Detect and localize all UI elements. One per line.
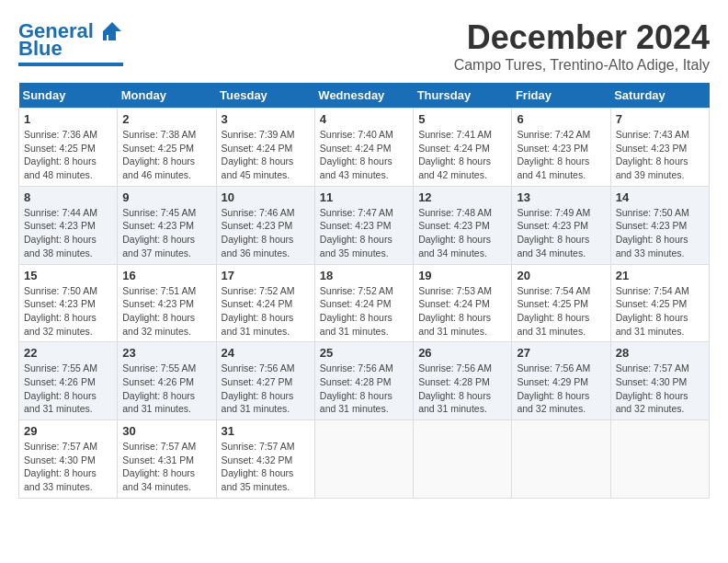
calendar-week-3: 15 Sunrise: 7:50 AM Sunset: 4:23 PM Dayl… bbox=[19, 264, 710, 342]
day-number: 29 bbox=[24, 424, 112, 438]
day-detail: Sunrise: 7:38 AM Sunset: 4:25 PM Dayligh… bbox=[122, 128, 210, 182]
sunset-text: Sunset: 4:23 PM bbox=[616, 219, 704, 233]
sunset-text: Sunset: 4:31 PM bbox=[122, 454, 210, 467]
sunset-text: Sunset: 4:26 PM bbox=[24, 375, 112, 389]
sunrise-text: Sunrise: 7:52 AM bbox=[320, 284, 408, 298]
sunrise-text: Sunrise: 7:53 AM bbox=[418, 284, 506, 298]
sunrise-text: Sunrise: 7:38 AM bbox=[122, 128, 210, 142]
col-tuesday: Tuesday bbox=[216, 83, 314, 109]
daylight-text: Daylight: 8 hours and 31 minutes. bbox=[418, 311, 506, 338]
day-detail: Sunrise: 7:52 AM Sunset: 4:24 PM Dayligh… bbox=[222, 284, 310, 339]
col-friday: Friday bbox=[512, 83, 610, 109]
calendar-cell: 8 Sunrise: 7:44 AM Sunset: 4:23 PM Dayli… bbox=[19, 186, 118, 264]
day-detail: Sunrise: 7:56 AM Sunset: 4:28 PM Dayligh… bbox=[320, 362, 408, 416]
day-number: 3 bbox=[222, 112, 310, 126]
col-monday: Monday bbox=[118, 83, 216, 109]
sunrise-text: Sunrise: 7:40 AM bbox=[320, 128, 408, 142]
sunset-text: Sunset: 4:24 PM bbox=[418, 142, 506, 155]
daylight-text: Daylight: 8 hours and 39 minutes. bbox=[616, 155, 704, 181]
day-detail: Sunrise: 7:57 AM Sunset: 4:30 PM Dayligh… bbox=[24, 440, 112, 494]
sunset-text: Sunset: 4:24 PM bbox=[320, 297, 408, 311]
sunset-text: Sunset: 4:25 PM bbox=[517, 297, 605, 311]
daylight-text: Daylight: 8 hours and 32 minutes. bbox=[517, 389, 605, 416]
day-detail: Sunrise: 7:52 AM Sunset: 4:24 PM Dayligh… bbox=[320, 284, 408, 339]
calendar-cell: 28 Sunrise: 7:57 AM Sunset: 4:30 PM Dayl… bbox=[610, 342, 709, 420]
sunrise-text: Sunrise: 7:55 AM bbox=[122, 362, 210, 375]
daylight-text: Daylight: 8 hours and 46 minutes. bbox=[122, 155, 210, 181]
sunset-text: Sunset: 4:23 PM bbox=[122, 219, 210, 233]
day-number: 1 bbox=[24, 112, 112, 126]
day-detail: Sunrise: 7:36 AM Sunset: 4:25 PM Dayligh… bbox=[24, 128, 112, 182]
day-detail: Sunrise: 7:53 AM Sunset: 4:24 PM Dayligh… bbox=[418, 284, 506, 339]
day-detail: Sunrise: 7:57 AM Sunset: 4:32 PM Dayligh… bbox=[222, 440, 310, 494]
day-number: 9 bbox=[122, 190, 210, 204]
daylight-text: Daylight: 8 hours and 31 minutes. bbox=[222, 389, 310, 416]
sunrise-text: Sunrise: 7:55 AM bbox=[24, 362, 112, 375]
day-number: 31 bbox=[222, 424, 310, 438]
col-wednesday: Wednesday bbox=[314, 83, 413, 109]
day-number: 28 bbox=[616, 346, 704, 360]
day-detail: Sunrise: 7:56 AM Sunset: 4:27 PM Dayligh… bbox=[222, 362, 310, 416]
day-detail: Sunrise: 7:49 AM Sunset: 4:23 PM Dayligh… bbox=[517, 206, 605, 260]
sunset-text: Sunset: 4:25 PM bbox=[616, 297, 704, 311]
calendar-week-2: 8 Sunrise: 7:44 AM Sunset: 4:23 PM Dayli… bbox=[19, 186, 710, 264]
day-detail: Sunrise: 7:56 AM Sunset: 4:28 PM Dayligh… bbox=[418, 362, 506, 416]
calendar-cell: 10 Sunrise: 7:46 AM Sunset: 4:23 PM Dayl… bbox=[216, 186, 314, 264]
day-detail: Sunrise: 7:40 AM Sunset: 4:24 PM Dayligh… bbox=[320, 128, 408, 182]
day-detail: Sunrise: 7:42 AM Sunset: 4:23 PM Dayligh… bbox=[517, 128, 605, 182]
day-number: 20 bbox=[517, 269, 605, 282]
day-detail: Sunrise: 7:57 AM Sunset: 4:30 PM Dayligh… bbox=[616, 362, 704, 416]
day-detail: Sunrise: 7:45 AM Sunset: 4:23 PM Dayligh… bbox=[122, 206, 210, 260]
calendar-cell: 17 Sunrise: 7:52 AM Sunset: 4:24 PM Dayl… bbox=[216, 264, 314, 342]
calendar-cell: 31 Sunrise: 7:57 AM Sunset: 4:32 PM Dayl… bbox=[216, 420, 314, 499]
calendar-cell: 11 Sunrise: 7:47 AM Sunset: 4:23 PM Dayl… bbox=[314, 186, 413, 264]
day-detail: Sunrise: 7:43 AM Sunset: 4:23 PM Dayligh… bbox=[616, 128, 704, 182]
sunrise-text: Sunrise: 7:39 AM bbox=[222, 128, 310, 142]
sunset-text: Sunset: 4:30 PM bbox=[24, 454, 112, 467]
day-number: 26 bbox=[418, 346, 506, 360]
calendar-cell: 2 Sunrise: 7:38 AM Sunset: 4:25 PM Dayli… bbox=[118, 109, 216, 187]
day-number: 8 bbox=[24, 190, 112, 204]
calendar-cell: 9 Sunrise: 7:45 AM Sunset: 4:23 PM Dayli… bbox=[118, 186, 216, 264]
calendar-cell: 18 Sunrise: 7:52 AM Sunset: 4:24 PM Dayl… bbox=[314, 264, 413, 342]
sunset-text: Sunset: 4:32 PM bbox=[222, 454, 310, 467]
day-number: 6 bbox=[517, 112, 605, 126]
daylight-text: Daylight: 8 hours and 35 minutes. bbox=[222, 466, 310, 493]
sunset-text: Sunset: 4:28 PM bbox=[418, 375, 506, 389]
sunset-text: Sunset: 4:24 PM bbox=[320, 142, 408, 155]
calendar-cell: 13 Sunrise: 7:49 AM Sunset: 4:23 PM Dayl… bbox=[512, 186, 610, 264]
sunset-text: Sunset: 4:23 PM bbox=[24, 219, 112, 233]
daylight-text: Daylight: 8 hours and 31 minutes. bbox=[320, 389, 408, 416]
day-number: 25 bbox=[320, 346, 408, 360]
sunset-text: Sunset: 4:25 PM bbox=[122, 142, 210, 155]
day-detail: Sunrise: 7:54 AM Sunset: 4:25 PM Dayligh… bbox=[616, 284, 704, 339]
calendar-cell: 27 Sunrise: 7:56 AM Sunset: 4:29 PM Dayl… bbox=[512, 342, 610, 420]
calendar-cell: 12 Sunrise: 7:48 AM Sunset: 4:23 PM Dayl… bbox=[414, 186, 512, 264]
calendar-cell: 20 Sunrise: 7:54 AM Sunset: 4:25 PM Dayl… bbox=[512, 264, 610, 342]
logo: General Blue bbox=[18, 18, 123, 66]
sunrise-text: Sunrise: 7:50 AM bbox=[24, 284, 112, 298]
sunrise-text: Sunrise: 7:57 AM bbox=[222, 440, 310, 454]
calendar-header-row: Sunday Monday Tuesday Wednesday Thursday… bbox=[19, 83, 710, 109]
calendar-cell: 1 Sunrise: 7:36 AM Sunset: 4:25 PM Dayli… bbox=[19, 109, 118, 187]
calendar-cell: 19 Sunrise: 7:53 AM Sunset: 4:24 PM Dayl… bbox=[414, 264, 512, 342]
daylight-text: Daylight: 8 hours and 31 minutes. bbox=[222, 311, 310, 338]
logo-icon bbox=[96, 18, 123, 44]
day-detail: Sunrise: 7:57 AM Sunset: 4:31 PM Dayligh… bbox=[122, 440, 210, 494]
sunrise-text: Sunrise: 7:54 AM bbox=[616, 284, 704, 298]
day-number: 5 bbox=[418, 112, 506, 126]
sunrise-text: Sunrise: 7:44 AM bbox=[24, 206, 112, 220]
col-saturday: Saturday bbox=[610, 83, 709, 109]
day-detail: Sunrise: 7:44 AM Sunset: 4:23 PM Dayligh… bbox=[24, 206, 112, 260]
calendar-cell: 30 Sunrise: 7:57 AM Sunset: 4:31 PM Dayl… bbox=[118, 420, 216, 499]
sunset-text: Sunset: 4:25 PM bbox=[24, 142, 112, 155]
day-detail: Sunrise: 7:50 AM Sunset: 4:23 PM Dayligh… bbox=[24, 284, 112, 339]
day-detail: Sunrise: 7:55 AM Sunset: 4:26 PM Dayligh… bbox=[122, 362, 210, 416]
day-detail: Sunrise: 7:56 AM Sunset: 4:29 PM Dayligh… bbox=[517, 362, 605, 416]
calendar-cell: 21 Sunrise: 7:54 AM Sunset: 4:25 PM Dayl… bbox=[610, 264, 709, 342]
day-number: 7 bbox=[616, 112, 704, 126]
calendar-cell: 15 Sunrise: 7:50 AM Sunset: 4:23 PM Dayl… bbox=[19, 264, 118, 342]
calendar-cell: 24 Sunrise: 7:56 AM Sunset: 4:27 PM Dayl… bbox=[216, 342, 314, 420]
day-detail: Sunrise: 7:51 AM Sunset: 4:23 PM Dayligh… bbox=[122, 284, 210, 339]
calendar-cell: 16 Sunrise: 7:51 AM Sunset: 4:23 PM Dayl… bbox=[118, 264, 216, 342]
